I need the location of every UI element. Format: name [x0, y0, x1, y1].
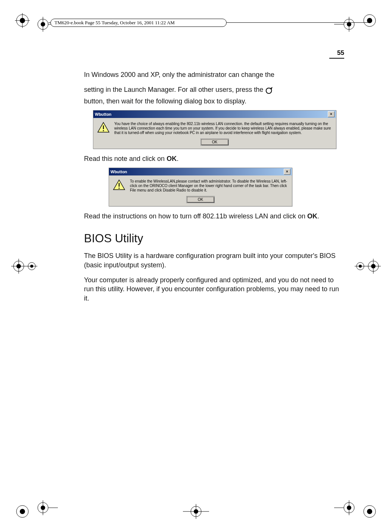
svg-point-42 — [266, 88, 272, 93]
text-run: setting in the Launch Manager. For all o… — [84, 86, 265, 93]
text-run: Read the instructions on how to turn off… — [84, 212, 307, 220]
crop-mark-target-icon — [355, 259, 381, 274]
dialog-titlebar: Wbutton × — [93, 111, 336, 118]
dialog-message: To enable the WirelessLAN,please contact… — [130, 179, 288, 193]
crop-mark-target-icon — [35, 500, 58, 515]
svg-point-23 — [30, 265, 33, 268]
wireless-button-icon — [265, 87, 273, 94]
page-number-rule — [329, 58, 344, 59]
svg-point-48 — [118, 188, 119, 189]
warning-icon — [97, 122, 110, 133]
svg-point-29 — [359, 265, 362, 268]
crop-mark-gear-icon — [362, 504, 377, 519]
crop-mark-target-icon — [183, 504, 209, 519]
body-paragraph: button, then wait for the following dial… — [84, 97, 343, 106]
body-paragraph: The BIOS Utility is a hardware configura… — [84, 251, 343, 270]
text-run: . — [317, 212, 319, 220]
crop-mark-gear-icon — [15, 504, 30, 519]
dialog-title-text: Wbutton — [111, 169, 127, 174]
dialog-wbutton-1: Wbutton × You have the choice of always … — [93, 110, 336, 149]
ok-button[interactable]: OK — [187, 197, 214, 202]
close-button[interactable]: × — [284, 169, 290, 175]
text-bold: OK — [167, 155, 177, 162]
page-number: 55 — [337, 49, 344, 57]
ok-button[interactable]: OK — [201, 139, 228, 145]
dialog-wbutton-2: Wbutton × To enable the WirelessLAN,plea… — [109, 168, 292, 206]
heading-bios-utility: BIOS Utility — [84, 232, 343, 245]
body-paragraph: setting in the Launch Manager. For all o… — [84, 85, 343, 94]
running-head: TM620-e.book Page 55 Tuesday, October 16… — [50, 19, 227, 27]
text-bold: OK — [307, 212, 317, 220]
crop-mark-gear-icon — [15, 13, 30, 28]
text-run: Read this note and click on — [84, 155, 167, 162]
body-paragraph: Read the instructions on how to turn off… — [84, 212, 343, 221]
body-paragraph: Read this note and click on OK. — [84, 154, 343, 163]
dialog-titlebar: Wbutton × — [109, 168, 292, 175]
text-run: . — [177, 155, 178, 162]
svg-point-3 — [20, 18, 25, 23]
crop-mark-target-icon — [11, 259, 37, 274]
svg-point-7 — [20, 509, 25, 514]
warning-icon — [113, 179, 125, 190]
body-paragraph: Your computer is already properly config… — [84, 276, 343, 303]
svg-point-45 — [103, 130, 104, 131]
crop-mark-gear-icon — [362, 13, 377, 28]
crop-mark-target-icon — [334, 500, 357, 515]
page-content: In Windows 2000 and XP, only the adminis… — [84, 70, 343, 305]
close-button[interactable]: × — [328, 111, 335, 117]
body-paragraph: In Windows 2000 and XP, only the adminis… — [84, 70, 343, 79]
svg-point-9 — [367, 509, 372, 514]
dialog-title-text: Wbutton — [95, 112, 112, 116]
dialog-message: You have the choice of always enabling t… — [114, 122, 332, 135]
crop-mark-target-icon — [334, 17, 357, 32]
